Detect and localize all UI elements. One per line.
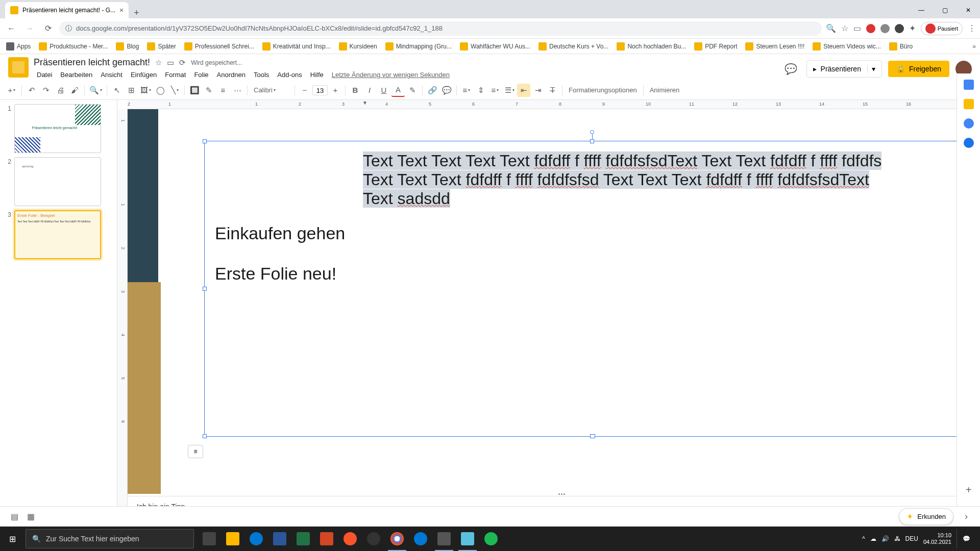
autofit-widget[interactable]: ≡: [188, 445, 203, 458]
bookmark-item[interactable]: Noch hochladen Bu...: [615, 41, 688, 52]
task-view-icon[interactable]: [198, 527, 220, 551]
clear-format-button[interactable]: T̶: [546, 84, 559, 97]
horizontal-ruler[interactable]: 2 1 1 2 3 4 5 6 7 8 9 10 11 12 13 14 15 …: [128, 100, 980, 109]
onedrive-icon[interactable]: ☁: [870, 535, 876, 542]
text-content[interactable]: Text Text Text Text Text fdfdff f ffff f…: [205, 141, 979, 294]
bookmark-item[interactable]: Büro: [887, 41, 915, 52]
menu-anordnen[interactable]: Anordnen: [214, 69, 249, 81]
print-button[interactable]: 🖨: [54, 84, 67, 97]
line-tool[interactable]: ╲: [168, 84, 181, 97]
paint-format-button[interactable]: 🖌: [68, 84, 81, 97]
notepad-icon[interactable]: [456, 527, 479, 551]
format-options-button[interactable]: Formatierungsoptionen: [566, 86, 640, 94]
profile-pause[interactable]: Pausiert: [921, 22, 963, 35]
resize-handle[interactable]: [590, 434, 595, 438]
word-icon[interactable]: [268, 527, 291, 551]
undo-button[interactable]: ↶: [25, 84, 38, 97]
edge-legacy-icon[interactable]: [245, 527, 267, 551]
close-tab-icon[interactable]: ×: [119, 6, 124, 14]
obs-icon[interactable]: [362, 527, 385, 551]
shape-tool[interactable]: ◯: [154, 84, 167, 97]
menu-datei[interactable]: Datei: [34, 69, 55, 81]
zoom-icon[interactable]: 🔍: [826, 23, 836, 33]
canvas[interactable]: 2 1 1 2 3 4 5 6 7 8 9 10 11 12 13 14 15 …: [117, 100, 980, 524]
bookmark-item[interactable]: Blog: [114, 41, 141, 52]
bookmark-apps[interactable]: Apps: [4, 41, 33, 52]
select-tool[interactable]: ↖: [110, 84, 124, 97]
extension-icon-1[interactable]: [866, 24, 875, 33]
bookmark-item[interactable]: Deutsche Kurs + Vo...: [536, 41, 610, 52]
menu-format[interactable]: Format: [162, 69, 189, 81]
resize-handle[interactable]: [203, 139, 207, 143]
filmstrip-view-icon[interactable]: ▤: [6, 509, 22, 525]
bulleted-list-button[interactable]: ☰: [503, 84, 516, 97]
decrease-indent-button[interactable]: ⇤: [517, 84, 530, 97]
tray-expand-icon[interactable]: ^: [862, 535, 865, 542]
redo-button[interactable]: ↷: [39, 84, 53, 97]
font-size-input[interactable]: 13: [312, 85, 328, 95]
back-button[interactable]: ←: [4, 21, 18, 36]
windows-search[interactable]: 🔍 Zur Suche Text hier eingeben: [26, 529, 194, 548]
language-indicator[interactable]: DEU: [905, 535, 918, 542]
menu-hilfe[interactable]: Hilfe: [307, 69, 327, 81]
address-bar[interactable]: ⓘ docs.google.com/presentation/d/1yV372S…: [59, 21, 822, 36]
network-icon[interactable]: 🖧: [894, 535, 900, 542]
new-tab-button[interactable]: +: [129, 8, 144, 18]
document-title[interactable]: Präsentieren leicht gemacht!: [34, 57, 150, 68]
highlight-button[interactable]: ✎: [406, 84, 419, 97]
vertical-ruler[interactable]: 1 1 2 3 4 5 6: [117, 109, 128, 524]
font-select[interactable]: Calibri: [251, 84, 291, 97]
notes-drag-handle[interactable]: [554, 493, 569, 496]
rotation-handle[interactable]: [590, 130, 594, 134]
extension-icon-3[interactable]: [895, 24, 904, 33]
menu-icon[interactable]: ⋮: [968, 23, 976, 33]
excel-icon[interactable]: [292, 527, 314, 551]
star-icon[interactable]: ☆: [155, 58, 162, 67]
bookmark-item[interactable]: Kursideen: [337, 41, 379, 52]
clock[interactable]: 10:10 04.02.2021: [923, 532, 951, 545]
extensions-icon[interactable]: ✦: [909, 23, 916, 33]
line-spacing-button[interactable]: ⇕: [474, 84, 487, 97]
slide[interactable]: Text Text Text Text Text fdfdff f ffff f…: [128, 109, 980, 494]
explore-button[interactable]: ✦ Erkunden: [899, 508, 953, 525]
volume-icon[interactable]: 🔊: [881, 535, 889, 542]
thumbnail-1[interactable]: Präsentieren leicht gemacht!: [14, 104, 101, 153]
border-dash-button[interactable]: ⋯: [231, 84, 244, 97]
resize-handle[interactable]: [203, 434, 207, 438]
forward-button[interactable]: →: [22, 21, 37, 36]
textbox-selected[interactable]: Text Text Text Text Text fdfdff f ffff f…: [204, 141, 980, 437]
zoom-button[interactable]: 🔍: [88, 84, 104, 97]
app-icon[interactable]: [433, 527, 455, 551]
bookmark-item[interactable]: Produktsuche - Mer...: [37, 41, 110, 52]
contacts-icon[interactable]: [964, 138, 974, 148]
resize-handle[interactable]: [590, 139, 594, 143]
thumbnail-2[interactable]: spinning: [14, 157, 101, 206]
link-button[interactable]: 🔗: [426, 84, 439, 97]
italic-button[interactable]: I: [363, 84, 376, 97]
bookmark-item[interactable]: Steuern Videos wic...: [811, 41, 883, 52]
numbered-list-button[interactable]: ≡: [488, 84, 502, 97]
underline-button[interactable]: U: [377, 84, 390, 97]
bookmark-item[interactable]: PDF Report: [692, 41, 739, 52]
close-window-icon[interactable]: ✕: [957, 2, 980, 18]
border-color-button[interactable]: ✎: [202, 84, 215, 97]
start-button[interactable]: ⊞: [0, 527, 24, 551]
comments-icon[interactable]: 💬: [782, 60, 800, 78]
present-dropdown-icon[interactable]: ▾: [867, 65, 875, 73]
edge-icon[interactable]: [409, 527, 432, 551]
grid-view-icon[interactable]: ▦: [22, 509, 39, 525]
show-side-panel-icon[interactable]: ›: [959, 509, 974, 524]
fill-color-button[interactable]: 🔲: [188, 84, 201, 97]
textbox-tool[interactable]: ⊞: [125, 84, 138, 97]
comment-button[interactable]: 💬: [440, 84, 453, 97]
menu-einfuegen[interactable]: Einfügen: [128, 69, 160, 81]
last-edit-link[interactable]: Letzte Änderung vor wenigen Sekunden: [329, 69, 453, 81]
menu-folie[interactable]: Folie: [191, 69, 211, 81]
bookmark-item[interactable]: Professionell Schrei...: [182, 41, 256, 52]
calendar-icon[interactable]: [964, 80, 974, 90]
bookmark-item[interactable]: Mindmapping (Gru...: [383, 41, 454, 52]
add-addon-icon[interactable]: +: [966, 484, 972, 496]
bookmark-item[interactable]: Später: [145, 41, 178, 52]
powerpoint-icon[interactable]: [315, 527, 338, 551]
brave-icon[interactable]: [339, 527, 361, 551]
